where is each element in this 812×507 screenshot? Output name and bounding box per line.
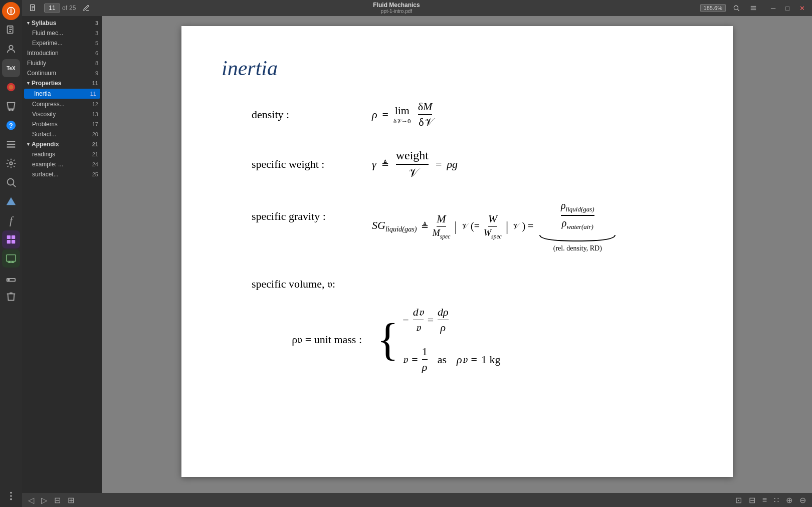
bottom-nav-right[interactable]: ▷ bbox=[39, 494, 49, 506]
bottom-btn-5[interactable]: ⊡ bbox=[733, 494, 744, 506]
svg-line-31 bbox=[738, 10, 739, 11]
specific-weight-fraction: weight 𝒱 bbox=[396, 149, 429, 180]
sidebar-item-experime[interactable]: Experime... 5 bbox=[22, 38, 102, 48]
dock-icon-more[interactable] bbox=[2, 487, 20, 505]
v-symbol: 𝔳 bbox=[402, 353, 408, 366]
sidebar-item-fluidity[interactable]: Fluidity 8 bbox=[22, 58, 102, 68]
dock-icon-circle[interactable] bbox=[2, 78, 20, 96]
dock-icon-slides[interactable] bbox=[2, 249, 20, 268]
dock-icon-tex[interactable]: TeX bbox=[2, 59, 20, 77]
sidebar-item-compress[interactable]: Compress... 12 bbox=[22, 99, 102, 109]
sidebar-item-properties[interactable]: ▾ Properties 11 bbox=[22, 78, 102, 88]
sidebar-item-viscosity[interactable]: Viscosity 13 bbox=[22, 109, 102, 119]
bottom-btn-7[interactable]: ≡ bbox=[760, 494, 769, 505]
menu-button[interactable] bbox=[747, 4, 760, 13]
dock-icon-files[interactable] bbox=[2, 21, 20, 39]
triangle-equals: ≜ bbox=[381, 159, 389, 170]
brace-left: { bbox=[377, 321, 398, 359]
sidebar-item-surfacet[interactable]: surfacet... 25 bbox=[22, 169, 102, 179]
minimize-button[interactable]: ─ bbox=[768, 4, 778, 13]
density-equals: = bbox=[382, 108, 388, 121]
sidebar-item-readings[interactable]: readings 21 bbox=[22, 149, 102, 159]
page-number-input[interactable]: 11 bbox=[44, 4, 60, 13]
svg-rect-19 bbox=[12, 240, 15, 243]
specific-volume-label: specific volume, 𝔳: bbox=[252, 278, 335, 290]
sidebar-item-problems[interactable]: Problems 17 bbox=[22, 119, 102, 129]
sw-den: 𝒱 bbox=[408, 165, 416, 180]
sidebar-item-continuum[interactable]: Continuum 9 bbox=[22, 68, 102, 78]
density-fraction: δM δ𝒱 bbox=[418, 100, 433, 129]
svg-point-12 bbox=[10, 162, 13, 165]
sg-rho-frac: ρliquid(gas) ρwater(air) (rel. density bbox=[537, 200, 618, 252]
pdf-page: inertia density : ρ = lim δ𝒱→0 bbox=[181, 26, 733, 477]
sg-triequal: ≜ bbox=[421, 221, 429, 232]
sg-frac2: W Wspec bbox=[484, 212, 502, 240]
eq2-equals2: = bbox=[471, 353, 477, 366]
page-navigation: 11 of 25 bbox=[44, 4, 76, 13]
sidebar-item-syllabus[interactable]: ▾ Syllabus 3 bbox=[22, 18, 102, 28]
sidebar-item-fluid-mec[interactable]: Fluid mec... 3 bbox=[22, 28, 102, 38]
svg-rect-18 bbox=[7, 240, 11, 243]
dock-icon-person[interactable] bbox=[2, 40, 20, 58]
underbrace-container: (rel. density, RD) bbox=[537, 234, 618, 252]
bottom-btn-10[interactable]: ⊖ bbox=[797, 494, 808, 506]
search-button[interactable] bbox=[730, 4, 743, 13]
svg-rect-17 bbox=[12, 235, 15, 239]
file-icon-button[interactable] bbox=[26, 3, 40, 13]
dock-icon-question[interactable]: ? bbox=[2, 116, 20, 134]
pdf-viewer[interactable]: inertia density : ρ = lim δ𝒱→0 bbox=[102, 16, 812, 493]
unit-mass-section: ρ𝔳 = unit mass : { − d𝔳 bbox=[252, 306, 693, 374]
as-label: as bbox=[438, 353, 447, 366]
dock-icon-trash[interactable] bbox=[2, 288, 20, 306]
close-button[interactable]: ✕ bbox=[796, 4, 808, 13]
bottom-btn-8[interactable]: ∷ bbox=[772, 494, 781, 506]
dock-icon-store[interactable] bbox=[2, 97, 20, 115]
specific-gravity-formula-row: specific gravity : SGliquid(gas) ≜ M Msp… bbox=[252, 200, 693, 252]
specific-weight-formula-row: specific weight : γ ≜ weight 𝒱 = ρg bbox=[252, 149, 693, 180]
brace-eq2: 𝔳 = 1 ρ as ρ𝔳 = 1 kg bbox=[402, 345, 500, 374]
sidebar-item-surfact[interactable]: Surfact... 20 bbox=[22, 129, 102, 139]
annotate-button[interactable] bbox=[80, 4, 93, 13]
zoom-selector[interactable]: 185.6% bbox=[700, 4, 726, 12]
lim-text: lim bbox=[395, 104, 410, 117]
brace-eq1: − d𝔳 𝔳 = dρ ρ bbox=[402, 306, 500, 334]
sidebar-item-introduction[interactable]: Introduction 6 bbox=[22, 48, 102, 58]
sidebar-item-appendix[interactable]: ▾ Appendix 21 bbox=[22, 139, 102, 149]
svg-rect-16 bbox=[7, 235, 11, 239]
restore-button[interactable]: □ bbox=[782, 4, 792, 13]
rel-density-label: (rel. density, RD) bbox=[537, 244, 618, 252]
content-area: ▾ Syllabus 3 Fluid mec... 3 Experime... … bbox=[22, 16, 812, 493]
sidebar-item-inertia[interactable]: Inertia 11 bbox=[24, 89, 100, 99]
sg-frac1: M Mspec bbox=[433, 212, 451, 240]
dock-icon-lines[interactable] bbox=[2, 135, 20, 153]
bottom-nav-left[interactable]: ◁ bbox=[26, 494, 36, 506]
gamma-symbol: γ bbox=[372, 158, 376, 171]
bottom-btn-4[interactable]: ⊞ bbox=[66, 494, 76, 506]
bottom-btn-3[interactable]: ⊟ bbox=[52, 494, 63, 506]
dock-icon-grid[interactable] bbox=[2, 230, 20, 248]
dock-icon-f[interactable]: f bbox=[2, 211, 20, 229]
eq2-equals: = bbox=[412, 353, 418, 366]
one-kg: 1 kg bbox=[481, 353, 501, 366]
svg-point-27 bbox=[10, 495, 12, 497]
brace-system: { − d𝔳 𝔳 = bbox=[377, 306, 500, 374]
dock-icon-browser[interactable] bbox=[2, 2, 20, 20]
triangle-icon: ▾ bbox=[27, 81, 30, 86]
bottom-btn-9[interactable]: ⊕ bbox=[784, 494, 794, 506]
density-rho: ρ bbox=[372, 108, 377, 121]
density-expression: ρ = lim δ𝒱→0 δM δ𝒱 bbox=[372, 100, 434, 129]
svg-marker-15 bbox=[7, 197, 16, 205]
svg-point-13 bbox=[8, 179, 14, 185]
sidebar: ▾ Syllabus 3 Fluid mec... 3 Experime... … bbox=[22, 16, 102, 493]
document-subtitle: ppt-1-intro.pdf bbox=[381, 9, 412, 15]
bottom-btn-6[interactable]: ⊟ bbox=[747, 494, 757, 506]
dock-icon-settings[interactable] bbox=[2, 154, 20, 172]
vert-bar-1-sub: 𝒱 bbox=[461, 222, 467, 231]
dock-icon-drive[interactable] bbox=[2, 269, 20, 287]
page-of-label: of bbox=[62, 5, 67, 12]
dock-icon-mountain[interactable] bbox=[2, 192, 20, 210]
svg-point-28 bbox=[10, 498, 12, 500]
math-section: density : ρ = lim δ𝒱→0 δM δ𝒱 bbox=[222, 100, 693, 374]
dock-icon-search[interactable] bbox=[2, 173, 20, 191]
sidebar-item-example[interactable]: example: ... 24 bbox=[22, 159, 102, 169]
